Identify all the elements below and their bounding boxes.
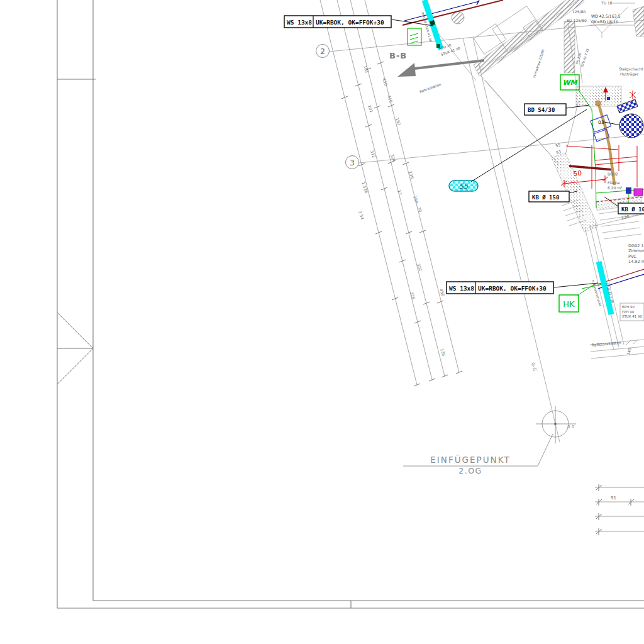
dimension-chains: 1.536 161 101 430 410 150 312 324 136 30… (320, 0, 550, 386)
dim-label: 302 (416, 263, 423, 272)
rohriso-label: Rohrisolation (419, 82, 441, 94)
kb150-label: KB Ø 150 (532, 194, 559, 201)
dim-label: 430 (381, 77, 388, 86)
section-gg-label: G-G (530, 362, 537, 372)
dim-label: 104 (412, 195, 419, 204)
bd-label-2: BD 125/80 (567, 18, 587, 23)
insertion-point-dot (555, 423, 557, 425)
shaft-label-2: Hutträger (620, 72, 639, 77)
raffstore-label: Raffstorekasten (591, 340, 621, 347)
dim-label: 161 (362, 65, 369, 74)
grid-bubble-2-label: 2 (320, 47, 325, 56)
section-line-gg: G-G (463, 38, 560, 442)
ws-label-1-spec: UK=RBOK, OK=FFOK+30 (316, 19, 384, 26)
ws-label-1-code: WS 13x8 (287, 19, 312, 26)
ws-label-2-code: WS 13x8 (449, 285, 474, 292)
shaft-label: Steigschacht (619, 67, 643, 72)
n53-label: 53 (555, 149, 561, 155)
bottom-dimensions: 91 (595, 484, 644, 535)
ws-label-2-spec: UK=RBOK, OK=FFOK+30 (478, 285, 547, 292)
bd-label-1: 125/80 (572, 9, 586, 14)
red-dimension-value: 50 (573, 169, 582, 177)
room2-line: DG02 (608, 172, 618, 176)
section-bb-arrow (397, 63, 416, 77)
rph90-line: STUK 41 90 (622, 314, 642, 318)
rph90-line: RPH 90 (622, 305, 635, 309)
insertion-coords: 0 0 (567, 425, 574, 430)
dimension-ticks (341, 62, 462, 386)
room2-line: Fläche (608, 180, 620, 185)
dim-label: 326 (409, 291, 416, 300)
fernwaerme-label: Fernwärme 125/80 (532, 49, 545, 79)
insert-point-title: EINFÜGEPUNKT (430, 454, 510, 465)
s5-capsule: S5 (449, 180, 478, 191)
kb100-label: KB Ø 100 (621, 206, 644, 213)
navy-fixture (626, 187, 631, 194)
magenta-fixture (634, 189, 643, 196)
hk-label: HK (563, 299, 575, 309)
dim-label: 136 (408, 170, 414, 179)
dim-label: 17 (396, 189, 402, 196)
fixture-point (607, 97, 610, 100)
dim-label: 150 (394, 117, 401, 126)
dim-label: 101 (367, 104, 374, 113)
sheet-frame (57, 0, 644, 608)
room2-line: 6.20 m² (608, 186, 623, 190)
tan-pipe-joint (596, 101, 601, 106)
room1-line: DG02 1 (628, 243, 644, 248)
fold-mark (57, 313, 93, 384)
room1-line: Zimmer (628, 248, 644, 253)
dim-label: 3.54 (357, 210, 365, 220)
wd-label: WD 42,5/163,5 (591, 14, 620, 18)
grid-bubble-3-label: 3 (350, 158, 355, 167)
dim-label: 1.536 (360, 181, 369, 194)
insert-point-floor: 2.OG (458, 466, 482, 475)
s5-label: S5 (459, 182, 469, 191)
chain-dimension-labels: 1.536 161 101 430 410 150 312 324 136 30… (357, 65, 550, 357)
bds-label: BD S4/30 (528, 107, 555, 113)
hatched-column (452, 11, 464, 24)
annotation-boxes: WS 13x8 UK=RBOK, OK=FFOK+30 WS 13x8 UK=R… (284, 16, 644, 294)
d140-label: 140 (626, 347, 632, 355)
room1-line: 14.92 m² (628, 259, 644, 264)
room1-line: PVC (628, 254, 636, 259)
insertion-point: 0 0 EINFÜGEPUNKT 2.OG (403, 406, 576, 475)
pos-03-label: 03 (598, 119, 604, 125)
d91-label: 91 (611, 496, 616, 501)
wm-label: WM (562, 79, 577, 87)
dim-label: 135 (439, 348, 446, 357)
dim-label: 324 (389, 153, 396, 162)
red-valve-symbol (630, 91, 636, 99)
dim-label: 312 (369, 150, 376, 158)
cad-drawing: 2 3 1.536 161 101 430 410 150 312 324 13… (0, 0, 644, 644)
okrd-label: OK=RD UK-10 (591, 19, 618, 24)
door-label: TÜ 18 (601, 1, 613, 5)
floor-drain-symbol (619, 114, 643, 138)
cad-floorplan-canvas: 2 3 1.536 161 101 430 410 150 312 324 13… (0, 0, 644, 644)
section-bb-label: B-B (389, 51, 407, 60)
ph-label-2: STU 41 7 35 (580, 48, 589, 67)
d230-label: 230 (621, 214, 630, 221)
dim-label: 410 (386, 94, 393, 103)
rph90-line: FPH 90 (622, 310, 635, 314)
dim-label: 30 (416, 206, 423, 213)
green-symbols: WM HK (408, 28, 579, 312)
